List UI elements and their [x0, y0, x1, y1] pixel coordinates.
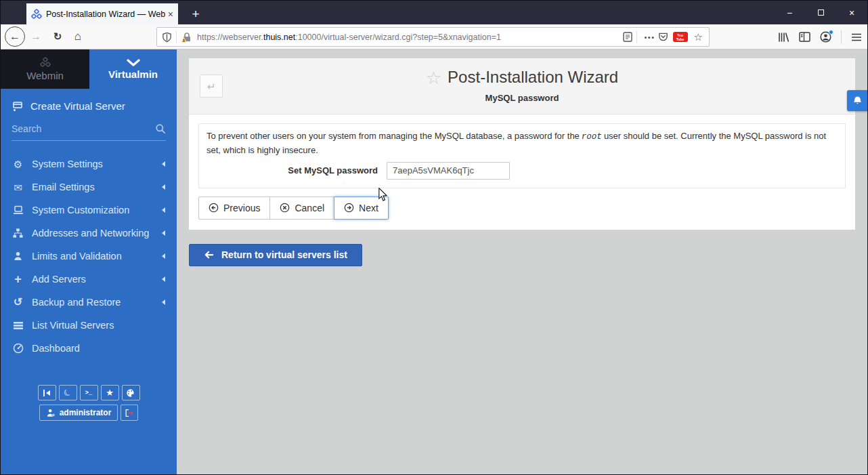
window-controls: − ×	[774, 1, 867, 24]
collapse-sidebar-button[interactable]	[38, 385, 56, 400]
history-icon: ↺	[12, 297, 24, 308]
logout-button[interactable]	[121, 405, 138, 421]
browser-tab[interactable]: Post-Installation Wizard — Web ×	[26, 3, 178, 24]
menu-label: Backup and Restore	[32, 297, 121, 308]
sidebar-item-list-virtual-servers[interactable]: List Virtual Servers	[1, 314, 177, 337]
chevron-down-icon	[127, 59, 140, 66]
youtube-text: Tube	[673, 37, 688, 41]
page-title-row: ☆Post-Installation Wizard	[189, 68, 855, 89]
sidebar-item-dashboard[interactable]: Dashboard	[1, 337, 177, 360]
password-field-label: Set MySQL password	[207, 165, 378, 175]
url-prefix: https://webserver.	[197, 33, 263, 42]
search-input[interactable]	[12, 123, 155, 134]
account-notification-dot	[829, 30, 833, 35]
lock-warning-icon[interactable]	[181, 32, 192, 43]
caret-left-icon	[162, 161, 165, 167]
next-label: Next	[359, 203, 378, 213]
sidebar-item-addresses-networking[interactable]: Addresses and Networking	[1, 222, 177, 245]
minimize-button[interactable]: −	[774, 1, 805, 24]
favorites-button[interactable]: ★	[101, 385, 119, 400]
tab-virtualmin[interactable]: Virtualmin	[89, 49, 177, 89]
new-tab-button[interactable]: +	[185, 3, 207, 24]
tab-webmin-label: Webmin	[26, 70, 64, 81]
hamburger-menu-icon[interactable]	[851, 33, 862, 42]
caret-left-icon	[162, 207, 165, 213]
circle-arrow-left-icon	[209, 203, 219, 213]
menu-label: Limits and Validation	[32, 251, 122, 262]
list-icon	[12, 321, 24, 330]
url-bar[interactable]: https://webserver.thuis.net:10000/virtua…	[156, 27, 710, 47]
tracking-shield-icon[interactable]	[162, 32, 172, 43]
page-actions-icon[interactable]: •••	[644, 33, 655, 41]
page-subtitle: MySQL password	[189, 93, 855, 103]
tab-webmin[interactable]: Webmin	[1, 49, 89, 89]
bell-icon	[852, 96, 863, 106]
browser-window: Post-Installation Wizard — Web × + − × ←…	[0, 0, 868, 475]
user-account-button[interactable]: administrator	[39, 405, 118, 421]
url-domain: thuis.net	[263, 33, 295, 42]
wizard-body: To prevent other users on your system fr…	[189, 115, 855, 230]
back-button[interactable]: ←	[5, 26, 25, 47]
tab-close-icon[interactable]: ×	[168, 9, 173, 19]
sidebar-item-limits-validation[interactable]: Limits and Validation	[1, 245, 177, 268]
return-to-servers-button[interactable]: Return to virtual servers list	[189, 244, 362, 266]
search-icon[interactable]	[155, 123, 166, 134]
menu-label: List Virtual Servers	[32, 320, 114, 331]
caret-left-icon	[162, 230, 165, 236]
reload-button[interactable]: ↻	[48, 27, 67, 46]
menu-label: Add Servers	[32, 274, 86, 285]
favorite-star-icon[interactable]: ☆	[426, 68, 441, 88]
sidebar-item-system-customization[interactable]: System Customization	[1, 199, 177, 222]
webmin-favicon-icon	[31, 9, 42, 20]
sidebar-toggle-icon[interactable]	[799, 32, 810, 42]
sidebar-search[interactable]	[12, 123, 166, 141]
youtube-icon[interactable]: YouTube	[673, 32, 688, 42]
wizard-buttons: Previous Cancel Next	[198, 197, 846, 220]
terminal-button[interactable]: >_	[80, 385, 98, 400]
gauge-icon	[12, 343, 24, 354]
next-button[interactable]: Next	[334, 197, 389, 220]
toolbar-right	[778, 24, 862, 49]
sidebar-tabs: Webmin Virtualmin	[1, 49, 177, 89]
reader-mode-icon[interactable]	[623, 32, 632, 42]
previous-button[interactable]: Previous	[198, 197, 270, 220]
menu-label: System Customization	[32, 205, 129, 215]
sidebar-item-email-settings[interactable]: ✉ Email Settings	[1, 175, 177, 199]
nav-toolbar: ← → ↻ ⌂ https://webserver.thuis.net:1000…	[1, 24, 867, 49]
cancel-label: Cancel	[295, 203, 324, 213]
circle-x-icon	[280, 203, 290, 213]
main-content: ↵ ☆Post-Installation Wizard MySQL passwo…	[177, 49, 867, 474]
star-icon: ★	[106, 388, 114, 397]
sidebar-footer: ☾ >_ ★ administrator	[1, 385, 177, 421]
previous-label: Previous	[223, 203, 260, 213]
pocket-icon[interactable]	[658, 32, 668, 42]
cancel-button[interactable]: Cancel	[269, 197, 334, 220]
wizard-panel: ↵ ☆Post-Installation Wizard MySQL passwo…	[189, 58, 855, 230]
divider	[636, 31, 637, 43]
sidebar-item-add-servers[interactable]: + Add Servers	[1, 268, 177, 291]
page-title: Post-Installation Wizard	[448, 68, 618, 86]
home-button[interactable]: ⌂	[68, 27, 87, 46]
webmin-logo-icon	[40, 57, 51, 68]
terminal-icon: >_	[85, 390, 93, 396]
notifications-tab[interactable]	[847, 90, 867, 111]
description-text: To prevent other users on your system fr…	[207, 131, 580, 141]
bookmark-star-icon[interactable]: ☆	[694, 31, 703, 43]
sidebar-item-backup-restore[interactable]: ↺ Backup and Restore	[1, 291, 177, 314]
url-text[interactable]: https://webserver.thuis.net:10000/virtua…	[197, 33, 623, 42]
info-box: To prevent other users on your system fr…	[198, 123, 846, 188]
gear-icon: ⚙	[12, 159, 24, 169]
theme-palette-button[interactable]	[122, 385, 140, 400]
mysql-password-input[interactable]	[387, 162, 510, 180]
library-icon[interactable]	[778, 32, 789, 43]
sidebar-item-system-settings[interactable]: ⚙ System Settings	[1, 152, 177, 175]
caret-left-icon	[162, 300, 165, 305]
maximize-button[interactable]	[805, 1, 836, 24]
night-mode-button[interactable]: ☾	[59, 385, 77, 400]
sidebar-menu: ⚙ System Settings ✉ Email Settings Syste…	[1, 152, 177, 360]
username-label: administrator	[60, 408, 112, 417]
sidebar-item-create-virtual-server[interactable]: Create Virtual Server	[1, 100, 177, 112]
tab-virtualmin-label: Virtualmin	[108, 68, 158, 80]
window-close-button[interactable]: ×	[836, 1, 867, 24]
account-icon[interactable]	[820, 31, 831, 43]
